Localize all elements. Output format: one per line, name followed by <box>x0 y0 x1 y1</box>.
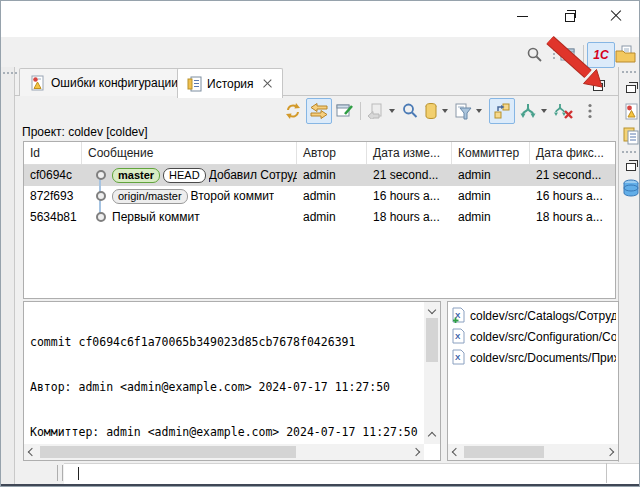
author-line: Автор: admin <admin@example.com> 2024-07… <box>30 380 423 395</box>
fast-view-database[interactable] <box>621 177 640 199</box>
fast-bar-handle[interactable] <box>622 151 624 153</box>
fast-bar-handle[interactable] <box>622 71 624 73</box>
column-header-id[interactable]: Id <box>24 142 82 164</box>
restore-editor-stack-button[interactable] <box>622 81 639 96</box>
history-doc-icon <box>187 76 202 92</box>
branch-abort-button[interactable] <box>552 101 574 121</box>
fast-view-configuration-errors[interactable] <box>621 102 640 121</box>
restore-view-stack-button[interactable] <box>622 159 639 174</box>
commit-modified-date: 16 hours a... <box>367 186 452 207</box>
branch-merge-icon <box>519 103 537 119</box>
scrollbar-thumb[interactable] <box>426 318 438 362</box>
edt-perspective-button[interactable]: 1С <box>587 42 615 68</box>
xml-file-icon: X <box>452 349 466 366</box>
toolbar-drag-handle[interactable] <box>553 49 555 51</box>
column-header-author[interactable]: Автор <box>297 142 367 164</box>
find-button[interactable] <box>400 101 420 121</box>
find-icon <box>401 102 419 120</box>
vertical-scrollbar[interactable] <box>424 302 440 444</box>
branch-abort-icon <box>553 103 573 120</box>
commit-committer: admin <box>452 207 530 228</box>
table-row[interactable]: 5634b81 Первый коммит admin 18 hours a..… <box>24 207 615 228</box>
tab-label: Ошибки конфигурации <box>51 76 178 90</box>
open-perspective-button[interactable] <box>559 46 579 64</box>
commit-modified-date: 18 hours a... <box>367 207 452 228</box>
column-header-committer[interactable]: Коммиттер <box>452 142 530 164</box>
filter-icon <box>454 103 472 120</box>
scroll-right-button[interactable] <box>410 444 422 460</box>
database-filter-icon <box>424 102 438 121</box>
scroll-left-button[interactable] <box>450 444 462 460</box>
horizontal-scrollbar[interactable] <box>24 444 424 460</box>
table-row[interactable]: 872f693 origin/master Второй коммит admi… <box>24 186 615 207</box>
commit-message: Первый коммит <box>112 207 200 228</box>
commit-id: 872f693 <box>24 186 82 207</box>
configuration-errors-view-icon <box>622 103 640 120</box>
fast-view-history[interactable] <box>622 125 640 145</box>
tab-configuration-errors[interactable]: Ошибки конфигурации <box>19 68 188 96</box>
chevron-left-icon <box>28 448 36 456</box>
compare-layout-icon <box>493 102 511 120</box>
search-icon <box>526 46 544 64</box>
minimize-restore-icon <box>593 83 603 91</box>
database-filter-button[interactable] <box>423 101 439 121</box>
minimize-view-stack-button[interactable] <box>589 78 607 95</box>
refresh-button[interactable] <box>283 101 303 121</box>
window-restore-button[interactable] <box>557 6 583 26</box>
scroll-up-button[interactable] <box>424 304 440 316</box>
status-caret <box>78 467 79 480</box>
changed-file-item[interactable]: X coldev/src/Configuration/Con <box>448 326 616 347</box>
link-with-selection-button[interactable] <box>366 101 386 121</box>
commit-committed-date: 21 second... <box>530 165 617 186</box>
tab-history[interactable]: История <box>177 68 283 98</box>
status-separator <box>57 465 58 481</box>
chevron-left-icon <box>452 448 460 456</box>
commit-committer: admin <box>452 165 530 186</box>
horizontal-scrollbar[interactable] <box>448 444 618 460</box>
left-bar-handle[interactable] <box>3 72 5 74</box>
scroll-down-button[interactable] <box>424 430 440 442</box>
column-header-committed[interactable]: Дата фикс... <box>530 142 617 164</box>
table-header: Id Сообщение Автор Дата изме... Коммитте… <box>24 142 615 165</box>
open-resource-button[interactable] <box>614 43 636 65</box>
tab-close-icon[interactable] <box>263 79 273 89</box>
changed-files-panel: X coldev/src/Catalogs/Сотрудники X colde… <box>447 301 619 461</box>
branch-merge-button[interactable] <box>518 101 538 121</box>
dropdown-caret-icon[interactable] <box>442 109 448 113</box>
window-minimize-button[interactable] <box>509 6 535 26</box>
filter-button[interactable] <box>453 101 473 121</box>
changed-file-item[interactable]: X coldev/src/Catalogs/Сотрудники <box>448 305 616 326</box>
dropdown-caret-icon[interactable] <box>476 109 482 113</box>
chevron-down-icon <box>428 432 436 440</box>
commit-message-cell: master HEAD Добавил Сотрудники <box>82 165 297 186</box>
scroll-left-button[interactable] <box>26 444 38 460</box>
history-view-toolbar <box>283 98 597 124</box>
scroll-right-button[interactable] <box>604 444 616 460</box>
branch-badge: master <box>112 168 160 183</box>
column-header-modified[interactable]: Дата изме... <box>367 142 452 164</box>
head-badge: HEAD <box>163 168 206 183</box>
svg-text:X: X <box>455 332 461 341</box>
changed-file-item[interactable]: X coldev/src/Documents/ПриходТовара <box>448 347 616 368</box>
column-header-message[interactable]: Сообщение <box>82 142 297 164</box>
commit-committer: admin <box>452 186 530 207</box>
swap-arrows-toggle[interactable] <box>306 98 332 124</box>
commit-details-text: commit cf0694c6f1a70065b349023d85cb7678f… <box>30 305 423 443</box>
file-path: coldev/src/Configuration/Con <box>470 330 616 344</box>
view-menu-button[interactable] <box>583 101 597 121</box>
edt-logo: 1С <box>593 48 608 62</box>
chevron-right-icon <box>412 448 420 456</box>
scrollbar-thumb[interactable] <box>40 446 296 458</box>
compare-layout-toggle[interactable] <box>489 98 515 124</box>
pin-editor-button[interactable] <box>335 101 355 121</box>
view-menu-icon <box>587 103 593 119</box>
dropdown-caret-icon[interactable] <box>541 109 547 113</box>
pin-editor-icon <box>336 103 354 119</box>
window-close-button[interactable] <box>603 6 629 26</box>
dropdown-caret-icon[interactable] <box>389 109 395 113</box>
commit-hash-line: commit cf0694c6f1a70065b349023d85cb7678f… <box>30 335 423 350</box>
search-button[interactable] <box>525 45 545 65</box>
scrollbar-thumb[interactable] <box>464 446 544 458</box>
commit-message-cell: origin/master Второй коммит <box>82 186 297 207</box>
table-row[interactable]: cf0694c master HEAD Добавил Сотрудники a… <box>24 165 615 186</box>
